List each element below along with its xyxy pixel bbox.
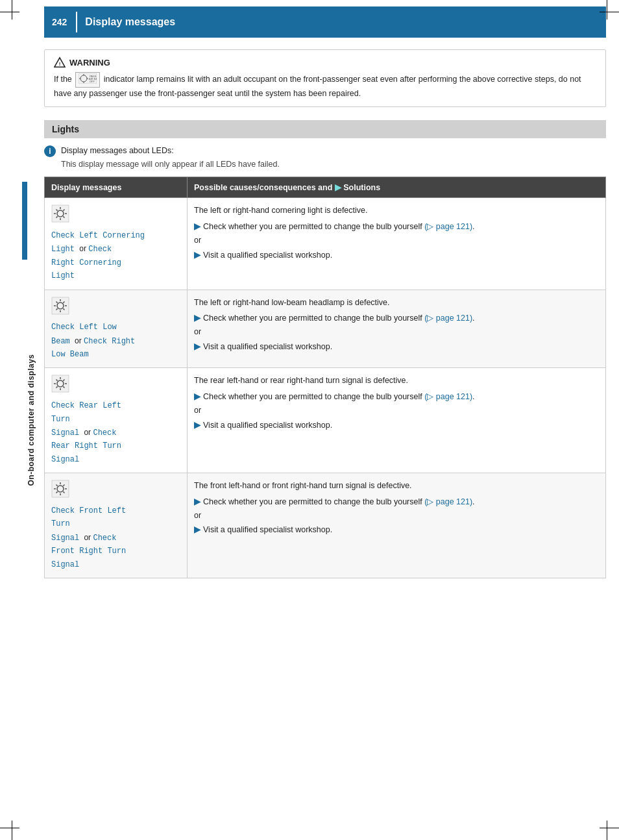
or-separator: or [194, 404, 599, 417]
display-messages-table: Display messages Possible causes/consequ… [44, 177, 606, 578]
defect-desc: The rear left-hand or rear right-hand tu… [194, 375, 599, 387]
sidebar: On-board computer and displays [22, 0, 40, 840]
svg-text:!: ! [59, 61, 61, 67]
solution-text: Check whether you are permitted to chang… [203, 391, 475, 403]
solution-item: ▶Check whether you are permitted to chan… [194, 496, 599, 508]
solution-item: ▶Check whether you are permitted to chan… [194, 312, 599, 325]
arrow-icon: ▶ [194, 249, 200, 262]
solution-item: ▶Visit a qualified specialist workshop. [194, 419, 599, 432]
page-number: 242 [52, 12, 77, 32]
warning-text-after: indicator lamp remains lit with an adult… [54, 75, 581, 98]
display-msg-code: Check Front LeftTurnSignal or CheckFront… [51, 504, 180, 571]
sidebar-label: On-board computer and displays [27, 354, 36, 486]
defect-desc: The left or right-hand low-beam headlamp… [194, 297, 599, 309]
display-msg-cell: Check Left CorneringLight or CheckRight … [45, 198, 188, 290]
info-icon: i [44, 145, 56, 157]
light-icon [51, 480, 180, 502]
solution-text: Visit a qualified specialist workshop. [203, 341, 332, 353]
airbag-icon: PASS AIR BAG OFF [75, 72, 100, 88]
or-separator: or [194, 510, 599, 522]
solution-text: Check whether you are permitted to chang… [203, 496, 475, 508]
solution-item: ▶Visit a qualified specialist workshop. [194, 249, 599, 262]
display-msg-cell: Check Front LeftTurnSignal or CheckFront… [45, 473, 188, 578]
arrow-icon: ▶ [194, 496, 200, 508]
warning-title: ! WARNING [54, 56, 596, 68]
or-separator: or [194, 234, 599, 247]
warning-triangle-icon: ! [54, 56, 66, 68]
solution-text: Check whether you are permitted to chang… [203, 221, 475, 233]
solution-text: Visit a qualified specialist workshop. [203, 524, 332, 536]
solution-item: ▶Visit a qualified specialist workshop. [194, 524, 599, 536]
display-msg-code: Check Left LowBeam or Check RightLow Bea… [51, 321, 180, 361]
arrow-icon: ▶ [194, 341, 200, 353]
light-icon [51, 297, 180, 319]
warning-box: ! WARNING If the PASS AIR BAG OFF [44, 49, 606, 107]
solution-text: Visit a qualified specialist workshop. [203, 419, 332, 432]
header-bar: 242 Display messages [44, 6, 606, 38]
page-title: Display messages [85, 16, 175, 28]
col1-header: Display messages [45, 177, 188, 198]
arrow-icon: ▶ [194, 221, 200, 233]
light-icon [51, 204, 180, 227]
info-text: Display messages about LEDs: This displa… [61, 145, 280, 171]
solution-item: ▶Check whether you are permitted to chan… [194, 221, 599, 233]
solutions-cell: The rear left-hand or rear right-hand tu… [188, 368, 606, 473]
light-icon [51, 375, 180, 397]
arrow-icon: ▶ [194, 524, 200, 536]
display-msg-code: Check Left CorneringLight or CheckRight … [51, 229, 180, 283]
display-msg-cell: Check Left LowBeam or Check RightLow Bea… [45, 290, 188, 368]
arrow-icon: ▶ [194, 419, 200, 432]
col2-header: Possible causes/consequences and ▶ Solut… [188, 177, 606, 198]
solution-text: Check whether you are permitted to chang… [203, 312, 475, 325]
sidebar-accent-bar [22, 182, 27, 260]
solution-text: Visit a qualified specialist workshop. [203, 249, 332, 262]
warning-label: WARNING [69, 58, 110, 68]
display-msg-code: Check Rear LeftTurnSignal or CheckRear R… [51, 399, 180, 466]
defect-desc: The front left-hand or front right-hand … [194, 480, 599, 492]
solution-item: ▶Visit a qualified specialist workshop. [194, 341, 599, 353]
svg-text:OFF: OFF [90, 80, 95, 83]
display-msg-cell: Check Rear LeftTurnSignal or CheckRear R… [45, 368, 188, 473]
section-header: Lights [44, 120, 606, 138]
arrow-icon: ▶ [194, 312, 200, 325]
solution-item: ▶Check whether you are permitted to chan… [194, 391, 599, 403]
arrow-icon: ▶ [194, 391, 200, 403]
solutions-cell: The left or right-hand low-beam headlamp… [188, 290, 606, 368]
solutions-cell: The front left-hand or front right-hand … [188, 473, 606, 578]
or-separator: or [194, 326, 599, 338]
warning-body: If the PASS AIR BAG OFF indicator lamp r… [54, 72, 596, 100]
solutions-cell: The left or right-hand cornering light i… [188, 198, 606, 290]
info-note: i Display messages about LEDs: This disp… [44, 145, 606, 171]
defect-desc: The left or right-hand cornering light i… [194, 204, 599, 217]
